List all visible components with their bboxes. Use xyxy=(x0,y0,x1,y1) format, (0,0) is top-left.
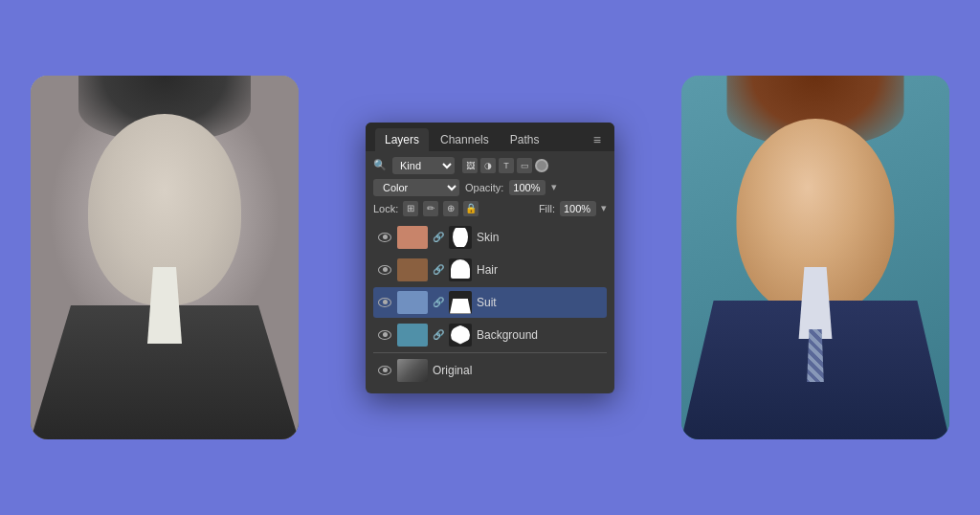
blend-mode-select[interactable]: Color Normal Multiply Screen xyxy=(373,179,459,196)
lock-all-icon[interactable]: 🔒 xyxy=(463,201,479,216)
main-container: Layers Channels Paths ≡ 🔍 Kind 🖼 ◑ T ▭ xyxy=(31,23,949,492)
layer-hair[interactable]: 🔗 Hair xyxy=(373,255,607,285)
opacity-chevron[interactable]: ▾ xyxy=(551,181,557,193)
mode-row: Color Normal Multiply Screen Opacity: ▾ xyxy=(373,179,607,196)
lock-label: Lock: xyxy=(373,203,398,214)
layer-suit[interactable]: 🔗 Suit xyxy=(373,287,607,318)
color-face xyxy=(681,76,949,439)
panel-body: 🔍 Kind 🖼 ◑ T ▭ Color Normal Multiply xyxy=(366,151,614,393)
eye-pupil-hair xyxy=(383,267,388,272)
eye-suit[interactable] xyxy=(377,295,392,310)
suit-link-icon[interactable]: 🔗 xyxy=(433,296,444,309)
lock-artboard-icon[interactable]: ⊕ xyxy=(443,201,458,216)
kind-select[interactable]: Kind xyxy=(392,157,455,174)
tab-paths[interactable]: Paths xyxy=(501,128,549,151)
eye-shape-hair xyxy=(378,265,391,275)
opacity-label: Opacity: xyxy=(465,182,503,193)
eye-shape-skin xyxy=(378,233,391,242)
eye-pupil-skin xyxy=(383,235,388,239)
background-layer-name: Background xyxy=(477,328,603,342)
eye-shape-background xyxy=(378,330,391,340)
left-photo xyxy=(31,76,299,439)
eye-pupil-background xyxy=(383,332,388,337)
fill-input[interactable] xyxy=(560,201,596,216)
fill-chevron[interactable]: ▾ xyxy=(601,202,607,214)
hair-link-icon[interactable]: 🔗 xyxy=(433,263,444,277)
eye-original[interactable] xyxy=(377,363,392,378)
skin-link-icon[interactable]: 🔗 xyxy=(433,231,444,244)
smart-object-icon[interactable] xyxy=(535,159,548,172)
original-layer-name: Original xyxy=(433,364,603,377)
layer-background[interactable]: 🔗 Background xyxy=(373,320,607,350)
original-thumb xyxy=(397,359,428,382)
layers-divider xyxy=(373,352,607,353)
layer-skin[interactable]: 🔗 Skin xyxy=(373,222,607,253)
background-link-icon[interactable]: 🔗 xyxy=(433,328,444,342)
panel-menu-icon[interactable]: ≡ xyxy=(590,128,605,151)
skin-color-thumb xyxy=(397,226,428,249)
opacity-input[interactable] xyxy=(509,180,546,195)
eye-shape-original xyxy=(378,366,391,375)
kind-label: 🔍 xyxy=(373,159,387,171)
layer-original[interactable]: Original xyxy=(373,355,607,386)
eye-pupil-suit xyxy=(383,300,388,304)
skin-mask-thumb xyxy=(449,226,472,249)
suit-layer-name: Suit xyxy=(477,296,603,309)
background-color-thumb xyxy=(397,324,428,347)
type-layer-icon[interactable]: T xyxy=(499,158,514,173)
tab-channels[interactable]: Channels xyxy=(431,128,499,151)
lock-row: Lock: ⊞ ✏ ⊕ 🔒 Fill: ▾ xyxy=(373,201,607,216)
eye-shape-suit xyxy=(378,298,391,307)
lock-position-icon[interactable]: ✏ xyxy=(423,201,438,216)
tab-layers[interactable]: Layers xyxy=(375,128,429,151)
bw-face xyxy=(31,76,299,439)
pixel-layer-icon[interactable]: 🖼 xyxy=(462,158,478,173)
shape-layer-icon[interactable]: ▭ xyxy=(517,158,532,173)
hair-layer-name: Hair xyxy=(477,263,603,277)
adjustment-layer-icon[interactable]: ◑ xyxy=(480,158,496,173)
suit-color-thumb xyxy=(397,291,428,314)
eye-background[interactable] xyxy=(377,327,392,343)
kind-icons: 🖼 ◑ T ▭ xyxy=(462,158,548,173)
panel-tabs: Layers Channels Paths ≡ xyxy=(366,123,614,151)
lock-pixels-icon[interactable]: ⊞ xyxy=(403,201,418,216)
eye-pupil-original xyxy=(383,368,388,372)
eye-skin[interactable] xyxy=(377,230,392,245)
background-mask-thumb xyxy=(449,324,472,347)
eye-hair[interactable] xyxy=(377,262,392,278)
hair-mask-thumb xyxy=(449,258,472,281)
skin-layer-name: Skin xyxy=(477,231,603,244)
suit-mask-thumb xyxy=(449,291,472,314)
kind-row: 🔍 Kind 🖼 ◑ T ▭ xyxy=(373,157,607,174)
right-photo xyxy=(681,76,949,439)
hair-color-thumb xyxy=(397,258,428,281)
fill-label: Fill: xyxy=(539,203,555,214)
layers-panel: Layers Channels Paths ≡ 🔍 Kind 🖼 ◑ T ▭ xyxy=(366,123,614,393)
